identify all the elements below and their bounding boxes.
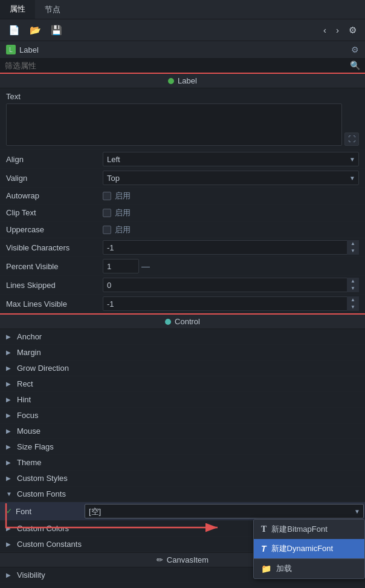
new-bitmap-font-item[interactable]: T 新建BitmapFont xyxy=(254,520,364,539)
custom-constants-label: Custom Constants xyxy=(17,540,82,549)
lines-skipped-input-wrapper: ▲ ▼ xyxy=(103,278,359,292)
align-row: Align Left Center Right Fill ▼ xyxy=(0,150,365,169)
max-lines-down[interactable]: ▼ xyxy=(347,304,359,311)
font-select-wrapper: [空] ▼ xyxy=(85,504,364,518)
node-type-icon: L xyxy=(6,45,16,54)
toolbar: 📄 📂 💾 ‹ › ⚙ xyxy=(0,19,365,41)
text-input[interactable] xyxy=(6,103,342,146)
search-bar: 🔍 xyxy=(0,59,365,73)
autowrap-checkbox[interactable] xyxy=(103,192,111,200)
rect-chevron: ▶ xyxy=(6,381,15,387)
clip-text-label: Clip Text xyxy=(6,208,103,217)
new-dynamic-font-item[interactable]: T 新建DynamicFont xyxy=(254,539,364,558)
margin-header[interactable]: ▶ Margin xyxy=(0,345,365,360)
tab-properties[interactable]: 属性 xyxy=(0,0,35,19)
custom-fonts-header[interactable]: ▼ Custom Fonts xyxy=(0,486,365,501)
new-dynamic-font-label: 新建DynamicFont xyxy=(271,543,334,554)
autowrap-label: Autowrap xyxy=(6,191,103,200)
filter-icon[interactable]: ⚙ xyxy=(351,45,359,54)
visible-chars-up[interactable]: ▲ xyxy=(347,240,359,247)
font-row-container: ✓ Font [空] ▼ T 新建BitmapFont T 新建DynamicF xyxy=(0,502,365,521)
visibility-chevron: ▶ xyxy=(6,572,15,578)
max-lines-input[interactable] xyxy=(103,296,359,311)
custom-styles-header[interactable]: ▶ Custom Styles xyxy=(0,471,365,486)
valign-row: Valign Top Center Bottom Fill ▼ xyxy=(0,169,365,188)
autowrap-checkbox-label: 启用 xyxy=(115,191,131,201)
new-button[interactable]: 📄 xyxy=(5,22,24,38)
percent-visible-value-area: — xyxy=(103,259,359,273)
mouse-group: ▶ Mouse xyxy=(0,423,365,439)
font-row-value: [空] ▼ xyxy=(85,504,364,518)
uppercase-checkbox[interactable] xyxy=(103,226,111,234)
lines-skipped-input[interactable] xyxy=(103,278,359,292)
max-lines-up[interactable]: ▲ xyxy=(347,296,359,304)
hint-header[interactable]: ▶ Hint xyxy=(0,392,365,407)
visible-chars-down[interactable]: ▼ xyxy=(347,247,359,255)
bitmap-font-icon: T xyxy=(261,524,266,534)
font-row: ✓ Font [空] ▼ xyxy=(0,502,365,521)
load-font-item[interactable]: 📁 加载 xyxy=(254,559,364,578)
valign-label: Valign xyxy=(6,174,103,183)
mouse-header[interactable]: ▶ Mouse xyxy=(0,423,365,439)
grow-direction-chevron: ▶ xyxy=(6,365,15,371)
nav-next-button[interactable]: › xyxy=(332,22,343,38)
max-lines-arrows: ▲ ▼ xyxy=(347,296,359,311)
percent-visible-input[interactable] xyxy=(103,259,139,273)
size-flags-chevron: ▶ xyxy=(6,443,15,450)
max-lines-row: Max Lines Visible ▲ ▼ xyxy=(0,295,365,313)
clip-text-checkbox[interactable] xyxy=(103,209,111,217)
autowrap-row: Autowrap 启用 xyxy=(0,188,365,204)
rect-group: ▶ Rect xyxy=(0,376,365,392)
lines-skipped-down[interactable]: ▼ xyxy=(347,285,359,292)
text-area-container: ⛶ xyxy=(6,103,359,146)
theme-header[interactable]: ▶ Theme xyxy=(0,455,365,470)
theme-chevron: ▶ xyxy=(6,459,15,466)
lines-skipped-up[interactable]: ▲ xyxy=(347,278,359,285)
hint-label: Hint xyxy=(17,395,31,404)
size-flags-header[interactable]: ▶ Size Flags xyxy=(0,439,365,454)
mouse-label: Mouse xyxy=(17,426,40,436)
nav-prev-button[interactable]: ‹ xyxy=(320,22,330,38)
material-header[interactable]: ▶ Material xyxy=(0,583,365,588)
anchor-header[interactable]: ▶ Anchor xyxy=(0,329,365,344)
align-select[interactable]: Left Center Right Fill xyxy=(103,152,359,166)
settings-button[interactable]: ⚙ xyxy=(345,22,360,38)
control-dot xyxy=(165,319,171,325)
canvas-item-title: CanvasItem xyxy=(167,555,208,564)
custom-styles-chevron: ▶ xyxy=(6,475,15,482)
font-check-mark: ✓ xyxy=(6,507,12,515)
uppercase-label: Uppercase xyxy=(6,225,103,234)
load-font-icon: 📁 xyxy=(261,564,271,573)
tab-bar: 属性 节点 xyxy=(0,0,365,19)
tab-nodes[interactable]: 节点 xyxy=(35,0,70,19)
hint-chevron: ▶ xyxy=(6,396,15,403)
visible-chars-input[interactable] xyxy=(103,240,359,255)
lines-skipped-label: Lines Skipped xyxy=(6,281,103,290)
font-select[interactable]: [空] xyxy=(85,504,364,518)
focus-header[interactable]: ▶ Focus xyxy=(0,408,365,423)
label-section-title: Label xyxy=(178,76,197,85)
size-flags-group: ▶ Size Flags xyxy=(0,439,365,455)
rect-header[interactable]: ▶ Rect xyxy=(0,376,365,391)
grow-direction-header[interactable]: ▶ Grow Direction xyxy=(0,361,365,376)
open-button[interactable]: 📂 xyxy=(26,22,45,38)
save-button[interactable]: 💾 xyxy=(47,22,66,38)
valign-select[interactable]: Top Center Bottom Fill xyxy=(103,171,359,185)
uppercase-row: Uppercase 启用 xyxy=(0,221,365,238)
uppercase-checkbox-label: 启用 xyxy=(115,224,131,235)
visible-chars-row: Visible Characters ▲ ▼ xyxy=(0,238,365,257)
lines-skipped-value: ▲ ▼ xyxy=(103,278,359,292)
theme-label: Theme xyxy=(17,458,41,467)
margin-label: Margin xyxy=(17,348,41,357)
mouse-chevron: ▶ xyxy=(6,428,15,434)
expand-text-button[interactable]: ⛶ xyxy=(344,132,359,146)
rect-label: Rect xyxy=(17,379,33,388)
search-input[interactable] xyxy=(5,61,346,70)
label-section-header: Label xyxy=(0,73,365,88)
custom-styles-group: ▶ Custom Styles xyxy=(0,471,365,486)
canvas-item-pencil-icon: ✏ xyxy=(157,555,163,564)
control-section-title: Control xyxy=(175,317,200,326)
custom-fonts-label: Custom Fonts xyxy=(17,489,66,498)
clip-text-checkbox-wrapper: 启用 xyxy=(103,207,131,218)
valign-select-wrapper: Top Center Bottom Fill ▼ xyxy=(103,171,359,185)
